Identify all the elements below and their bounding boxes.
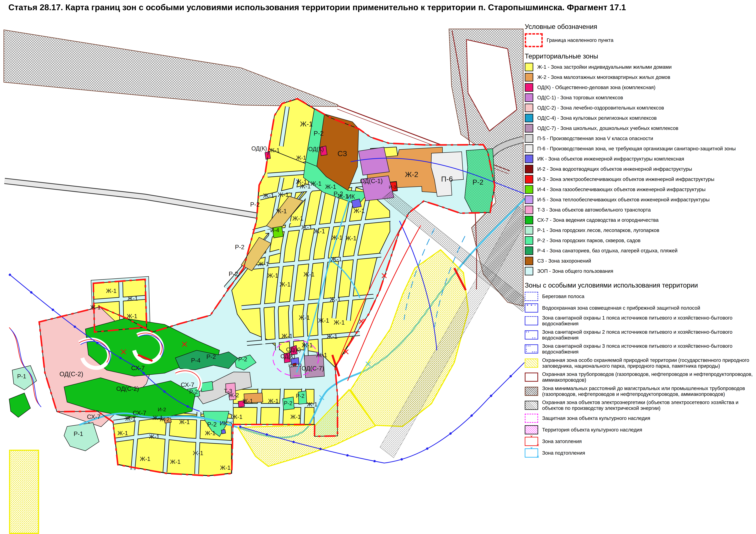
legend-special-item: Зона подтопления bbox=[525, 448, 754, 458]
legend-special-title: Зоны с особыми условиями использования т… bbox=[525, 281, 754, 289]
legend-zone-item: СХ-7 - Зона ведения садоводства и огород… bbox=[525, 216, 754, 224]
pipe-symbol bbox=[525, 372, 538, 382]
legend-zone-item: ОД(К) - Общественно-деловая зона (компле… bbox=[525, 83, 754, 92]
map-zone-label: Р-1 bbox=[17, 373, 26, 380]
zone-label: ОД(С-1) - Зона торговых комплексов bbox=[537, 95, 623, 101]
knzone-symbol bbox=[525, 414, 538, 423]
map-zone-label: ОД(С-1) bbox=[360, 178, 383, 184]
map-zone-label: Ж-1 bbox=[170, 459, 181, 465]
map-zone-label: И-4 bbox=[270, 227, 279, 233]
map-zone-label: Ж-1 bbox=[118, 430, 128, 436]
zone-color-swatch bbox=[525, 83, 533, 92]
map-zone-label: Ж-1 bbox=[106, 288, 117, 294]
zone-color-swatch bbox=[525, 63, 533, 71]
map-zone-label: Р-2 bbox=[206, 353, 216, 360]
legend-zone-item: ИК - Зона объектов инженерной инфраструк… bbox=[525, 155, 754, 163]
legend-zone-item: П-6 - Производственная зона, не требующа… bbox=[525, 144, 754, 153]
zone-color-swatch bbox=[525, 246, 533, 255]
special-zone-label: Защитная зона объекта культурного наслед… bbox=[542, 415, 650, 421]
special-zone-label: Охранная зона особо охраняемой природной… bbox=[542, 357, 754, 369]
map-zone-label: СХ-7 bbox=[181, 381, 194, 388]
legend-special-item: Охранная зона трубопроводов (газопроводо… bbox=[525, 371, 754, 383]
zone-label: И-3 - Зона электрообеспечивающих объекто… bbox=[537, 176, 715, 182]
special-zone-label: Зона минимальных расстояний до магистрал… bbox=[542, 386, 754, 397]
map-zone-label: Ж-1 bbox=[310, 180, 322, 187]
legend-special-item: Зона санитарной охраны 1 пояса источнико… bbox=[525, 315, 754, 327]
legend-zone-item: Р-1 - Зона городских лесов, лесопарков, … bbox=[525, 226, 754, 235]
map-zone-label: Ж-1 bbox=[282, 333, 293, 339]
map-zone-label: Ж-1 bbox=[280, 281, 291, 288]
beregovaya-symbol bbox=[525, 292, 538, 301]
special-zone-label: Зона подтопления bbox=[542, 450, 585, 456]
legend-zone-item: И-5 - Зона теплообеспечивающих объектов … bbox=[525, 195, 754, 204]
map-zone-label: Ж-1 bbox=[301, 224, 312, 231]
legend-special-item: Береговая полоса bbox=[525, 292, 754, 301]
zone-color-swatch bbox=[525, 216, 533, 224]
special-zone-label: Зона санитарной охраны 2 пояса источнико… bbox=[542, 329, 754, 341]
zone-label: ОД(К) - Общественно-деловая зона (компле… bbox=[537, 85, 655, 90]
zone-color-swatch bbox=[525, 134, 533, 143]
map-zone-label: ОД(К) bbox=[286, 346, 301, 353]
legend-special-item: Зона затопления bbox=[525, 437, 754, 446]
map-zone-label: Ж-1 bbox=[292, 215, 304, 222]
map-zone-label: Ж-1 bbox=[149, 433, 160, 440]
map-zone-label: П-6 bbox=[441, 175, 453, 183]
legend-zone-item: ОД(С-1) - Зона торговых комплексов bbox=[525, 93, 754, 102]
map-zone-label: Ж-2 bbox=[229, 392, 239, 398]
legend-zones-list: Ж-1 - Зона застройки индивидуальными жил… bbox=[525, 63, 754, 275]
map-zone-label: Ж-1 bbox=[299, 314, 310, 321]
map-zone-label: Ж-1 bbox=[276, 208, 287, 215]
map-zone-label: Р-2 bbox=[284, 400, 292, 406]
zone-label: ОД(С-4) - Зона культовых религиозных ком… bbox=[537, 115, 657, 121]
zso3-symbol bbox=[525, 344, 538, 353]
legend-territorial-title: Территориальные зоны bbox=[525, 52, 754, 60]
legend-zone-item: И-2 - Зона водоотводящих объектов инжене… bbox=[525, 165, 754, 173]
zone-color-swatch bbox=[525, 104, 533, 112]
vodoohran-symbol bbox=[525, 303, 538, 313]
map-zone-label: ОД(С-2) bbox=[60, 370, 83, 378]
legend-special-item: Охранная зона особо охраняемой природной… bbox=[525, 357, 754, 369]
legend-zone-item: И-4 - Зона газообеспечивающих объектов и… bbox=[525, 185, 754, 194]
map-zone-label: Ж-1 bbox=[354, 207, 365, 214]
legend-zone-item: ОД(С-7) - Зона школьных, дошкольных учеб… bbox=[525, 124, 754, 133]
zone-color-swatch bbox=[525, 195, 533, 204]
zone-label: Р-2 - Зона городских парков, скверов, са… bbox=[537, 238, 640, 243]
map-zone-label: И-2 bbox=[158, 407, 166, 412]
map-zone-label: Ж-1 bbox=[318, 317, 329, 324]
map-zone-label: Ж-1 bbox=[152, 415, 163, 421]
zone-label: Р-1 - Зона городских лесов, лесопарков, … bbox=[537, 227, 659, 233]
special-zone-label: Зона санитарной охраны 3 пояса источнико… bbox=[542, 343, 754, 355]
zone-label: ЗОП - Зона общего пользования bbox=[537, 268, 613, 274]
legend-zone-item: Ж-1 - Зона застройки индивидуальными жил… bbox=[525, 63, 754, 71]
map-zone-label: СЗ bbox=[338, 150, 347, 158]
map-zone-label: Ж-1 bbox=[296, 155, 306, 161]
map-zone-label: Р-2 bbox=[229, 270, 238, 277]
map-zone-label: Ж-1 bbox=[243, 398, 253, 404]
zone-label: Ж-1 - Зона застройки индивидуальными жил… bbox=[537, 64, 672, 70]
legend-special-item: Зона санитарной охраны 3 пояса источнико… bbox=[525, 343, 754, 355]
zone-label: ОД(С-7) - Зона школьных, дошкольных учеб… bbox=[537, 125, 678, 131]
map-zone-label: Ж-1 bbox=[127, 313, 137, 319]
zso2-symbol bbox=[525, 330, 538, 340]
map-zone-label: Р-2 bbox=[472, 178, 483, 186]
knterr-symbol bbox=[525, 425, 538, 434]
zone-label: И-4 - Зона газообеспечивающих объектов и… bbox=[537, 187, 706, 192]
legend-zone-item: ЗОП - Зона общего пользования bbox=[525, 267, 754, 275]
map-zone-label: Ж-1 bbox=[140, 456, 150, 462]
zone-color-swatch bbox=[525, 165, 533, 173]
map-zone-label: Ж-1 bbox=[325, 183, 336, 190]
special-zone-label: Зона затопления bbox=[542, 439, 582, 444]
legend-zone-item: ОД(С-4) - Зона культовых религиозных ком… bbox=[525, 114, 754, 122]
map-zone-label: Р-2 bbox=[235, 244, 244, 250]
road-northwest bbox=[5, 181, 266, 217]
zone-label: Т-3 - Зона объектов автомобильного транс… bbox=[537, 207, 651, 213]
map-zone-label: Ж-1 bbox=[296, 178, 307, 185]
map-zone-label: СХ-7 bbox=[131, 365, 145, 371]
legend-boundary-item: Граница населенного пункта bbox=[525, 33, 754, 47]
legend-zone-item: СЗ - Зона захоронений bbox=[525, 257, 754, 265]
zone-color-swatch bbox=[525, 155, 533, 163]
zone-label: П-5 - Производственная зона V класса опа… bbox=[537, 136, 653, 141]
zone-color-swatch bbox=[525, 236, 533, 245]
zone-color-swatch bbox=[525, 206, 533, 214]
zone-color-swatch bbox=[525, 267, 533, 275]
